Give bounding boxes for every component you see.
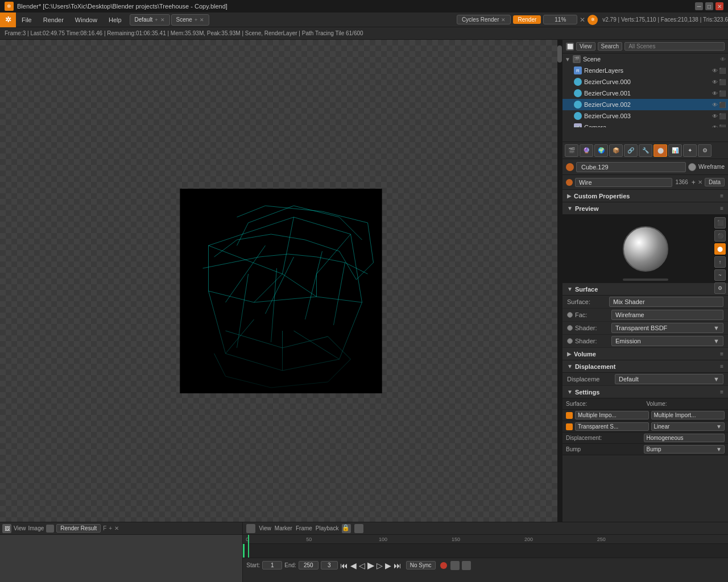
displacement-menu[interactable]: ≡ <box>720 363 723 369</box>
viewport-scrollbar-thumb[interactable] <box>557 45 562 63</box>
preview-header[interactable]: ▼ Preview ≡ <box>562 202 728 215</box>
all-scenes-input[interactable]: All Scenes <box>624 42 725 51</box>
prop-world-icon[interactable]: 🌍 <box>594 144 608 157</box>
outliner-item-bezier2[interactable]: BezierCurve.002 👁 ⬛ <box>562 99 728 110</box>
timeline-view-btn[interactable]: View <box>259 525 271 531</box>
timeline-extra2[interactable] <box>462 561 471 570</box>
skip-to-start-btn[interactable]: ⏮ <box>340 561 348 570</box>
scene-eye[interactable]: 👁 <box>720 56 726 63</box>
close-button[interactable]: ✕ <box>715 2 723 10</box>
current-frame-input[interactable] <box>321 561 338 569</box>
render-add-btn[interactable]: + <box>109 525 112 531</box>
preview-scrubber[interactable] <box>623 278 668 281</box>
menu-file[interactable]: File <box>16 13 38 27</box>
material-close-icon[interactable]: ✕ <box>698 179 702 185</box>
cycles-render-tab[interactable]: Cycles Render ✕ <box>457 15 511 24</box>
prev-keyframe-btn[interactable]: ◁ <box>359 561 365 570</box>
multiple-import2-value[interactable]: Multiple Import... <box>651 411 725 419</box>
preview-sphere-icon[interactable]: ⚫ <box>714 230 726 242</box>
surface-shader-value[interactable]: Mix Shader <box>609 297 723 307</box>
timeline-playback-btn[interactable]: Playback <box>316 525 339 531</box>
prop-render-icon[interactable]: 🎬 <box>565 144 578 157</box>
outliner-item-scene[interactable]: ▼ 🎬 Scene 👁 <box>562 53 728 65</box>
view-button[interactable]: View <box>576 42 595 51</box>
preview-menu[interactable]: ≡ <box>720 205 723 211</box>
shader2-value[interactable]: Emission ▼ <box>611 336 723 346</box>
object-name-field[interactable]: Cube.129 <box>576 162 686 172</box>
timeline-frame-btn[interactable]: Frame <box>296 525 312 531</box>
shader2-dot[interactable] <box>567 338 573 344</box>
menu-window[interactable]: Window <box>69 13 103 27</box>
prop-object-icon[interactable]: 📦 <box>609 144 623 157</box>
render-view-btn[interactable]: View <box>14 525 26 531</box>
maximize-button[interactable]: □ <box>705 2 713 10</box>
prop-material-icon[interactable]: ⬤ <box>653 144 667 157</box>
multiple-import1-value[interactable]: Multiple Impo... <box>575 411 649 419</box>
end-input[interactable] <box>299 561 318 569</box>
renderlayers-eye[interactable]: 👁 <box>712 68 718 74</box>
render-result-tab[interactable]: Render Result <box>56 524 101 533</box>
fac-dot[interactable] <box>567 312 573 318</box>
settings-menu[interactable]: ≡ <box>720 389 723 395</box>
workspace-scene-close[interactable]: ✕ <box>200 17 204 23</box>
volume-header[interactable]: ▶ Volume ≡ <box>562 348 728 360</box>
outliner-item-bezier0[interactable]: BezierCurve.000 👁 ⬛ <box>562 76 728 88</box>
bezier2-render[interactable]: ⬛ <box>719 102 726 108</box>
settings-header[interactable]: ▼ Settings ≡ <box>562 386 728 398</box>
displacement-header[interactable]: ▼ Displacement ≡ <box>562 360 728 373</box>
shader1-value[interactable]: Transparent BSDF ▼ <box>611 323 723 333</box>
workspace-tab-scene[interactable]: Scene + ✕ <box>171 14 210 26</box>
preview-world-icon[interactable]: ~ <box>714 269 726 281</box>
bezier0-eye[interactable]: 👁 <box>712 79 718 85</box>
timeline-lock-icon[interactable]: 🔒 <box>342 524 351 533</box>
timeline-settings-icon[interactable] <box>354 524 363 533</box>
outliner-item-camera[interactable]: 📷 Camera 👁 ⬛ <box>562 122 728 127</box>
workspace-scene-add[interactable]: + <box>195 17 197 23</box>
record-btn[interactable] <box>440 562 447 569</box>
viewport[interactable] <box>0 40 562 522</box>
workspace-tab-add[interactable]: + <box>155 17 158 23</box>
render-image-btn[interactable]: Image <box>28 525 44 531</box>
render-file-icon[interactable]: F <box>103 525 106 531</box>
prop-constraint-icon[interactable]: 🔗 <box>624 144 638 157</box>
prop-scene-icon[interactable]: 🔮 <box>580 144 593 157</box>
menu-help[interactable]: Help <box>103 13 127 27</box>
outliner-item-bezier3[interactable]: BezierCurve.003 👁 ⬛ <box>562 110 728 122</box>
minimize-button[interactable]: ─ <box>695 2 703 10</box>
prop-particle-icon[interactable]: ✦ <box>683 144 697 157</box>
linear-value[interactable]: Linear ▼ <box>651 422 725 431</box>
render-button[interactable]: Render <box>513 15 541 24</box>
menu-render[interactable]: Render <box>38 13 69 27</box>
render-settings-icon[interactable] <box>46 525 54 533</box>
bezier3-render[interactable]: ⬛ <box>719 113 726 119</box>
no-sync-btn[interactable]: No Sync <box>406 561 436 569</box>
bezier3-eye[interactable]: 👁 <box>712 113 718 119</box>
outliner-item-bezier1[interactable]: BezierCurve.001 👁 ⬛ <box>562 88 728 99</box>
preview-mat-icon[interactable]: ⬤ <box>714 243 726 255</box>
bezier1-eye[interactable]: 👁 <box>712 90 718 97</box>
workspace-tab-close[interactable]: ✕ <box>160 17 165 23</box>
progress-close[interactable]: ✕ <box>580 16 585 24</box>
viewport-scrollbar-v[interactable] <box>557 40 562 522</box>
preview-light-icon[interactable]: ↑ <box>714 256 726 268</box>
preview-render-icon[interactable]: ⚙ <box>714 282 726 294</box>
custom-props-menu[interactable]: ≡ <box>720 193 723 199</box>
material-add-icon[interactable]: + <box>692 178 696 186</box>
renderlayers-render[interactable]: ⬛ <box>719 68 726 74</box>
search-button[interactable]: Search <box>598 42 623 51</box>
skip-to-end-btn[interactable]: ⏭ <box>394 561 402 570</box>
bezier1-render[interactable]: ⬛ <box>719 90 726 97</box>
play-btn[interactable]: ▶ <box>367 560 374 571</box>
prop-physics-icon[interactable]: ⚙ <box>698 144 712 157</box>
displacement-value[interactable]: Default ▼ <box>615 374 723 384</box>
preview-flat-icon[interactable]: ⬛ <box>714 217 726 228</box>
workspace-tab-default[interactable]: Default + ✕ <box>130 14 170 26</box>
custom-properties-header[interactable]: ▶ Custom Properties ≡ <box>562 190 728 202</box>
fac-value[interactable]: Wireframe <box>611 310 723 320</box>
material-name-input[interactable]: Wire <box>575 178 672 187</box>
timeline-track[interactable]: 0 50 100 150 200 250 <box>243 535 728 558</box>
surface-header[interactable]: ▼ Surface ≡ <box>562 283 728 296</box>
volume-menu[interactable]: ≡ <box>720 351 723 357</box>
timeline-marker-btn[interactable]: Marker <box>275 525 292 531</box>
shader1-dot[interactable] <box>567 325 573 331</box>
